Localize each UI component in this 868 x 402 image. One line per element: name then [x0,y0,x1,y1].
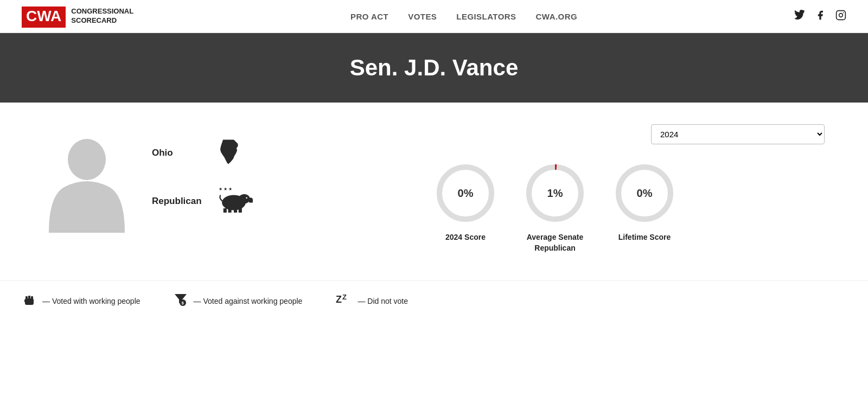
legend-item-with: — Voted with working people [22,292,141,310]
facebook-icon[interactable] [815,10,826,23]
score-cards: 0% 2024 Score 1% Average Senate Republic… [285,155,825,253]
stats-section: 2024 2023 2022 2021 2020 0% 2024 Score [285,124,825,253]
svg-rect-19 [31,296,33,299]
donut-avg: 1% [522,161,588,226]
nav-pro-act[interactable]: PRO ACT [350,12,388,21]
voted-against-icon: $ [173,292,188,310]
donut-2024: 0% [433,161,498,226]
svg-point-3 [68,139,106,180]
twitter-icon[interactable] [794,10,805,23]
svg-rect-0 [837,10,846,20]
score-avg-value: 1% [547,187,563,200]
svg-rect-18 [28,296,30,299]
score-2024-value: 0% [458,187,474,200]
svg-rect-10 [239,208,242,213]
logo-subtitle: CONGRESSIONALSCORECARD [71,7,133,25]
logo-cwa-text: CWA [26,8,61,24]
party-row: Republican ★ ★ ★ [152,184,253,219]
legislator-name: Sen. J.D. Vance [11,55,857,81]
main-nav: PRO ACT VOTES LEGISLATORS CWA.ORG [350,12,577,21]
legend-with-text: — Voted with working people [42,297,141,305]
social-icons [794,10,846,23]
profile-info: Ohio Republican ★ ★ ★ [152,138,253,219]
hero-banner: Sen. J.D. Vance [0,33,868,103]
ohio-shape-icon [215,138,242,168]
year-select[interactable]: 2024 2023 2022 2021 2020 [651,124,825,144]
instagram-icon[interactable] [835,10,846,23]
party-label: Republican [152,196,206,207]
donut-lifetime: 0% [612,161,677,226]
score-avg-title: Average Senate Republican [520,232,590,253]
logo-area: CWA CONGRESSIONALSCORECARD [22,7,133,26]
voted-with-icon [22,292,37,310]
score-card-lifetime: 0% Lifetime Score [612,161,677,243]
svg-rect-9 [234,208,237,213]
did-not-vote-icon: Z Z [335,292,352,310]
svg-point-2 [843,12,844,13]
score-card-avg: 1% Average Senate Republican [520,161,590,253]
main-content: Ohio Republican ★ ★ ★ [0,103,868,275]
profile-section: Ohio Republican ★ ★ ★ [43,124,253,233]
site-header: CWA CONGRESSIONALSCORECARD PRO ACT VOTES… [0,0,868,33]
legend: — Voted with working people $ — Voted ag… [0,280,868,321]
svg-text:Z: Z [342,293,347,301]
score-lifetime-title: Lifetime Score [618,232,671,243]
legend-item-against: $ — Voted against working people [173,292,303,310]
svg-rect-7 [224,208,227,213]
nav-legislators[interactable]: LEGISLATORS [456,12,516,21]
score-card-2024: 0% 2024 Score [433,161,498,243]
nav-cwa-org[interactable]: CWA.ORG [536,12,577,21]
year-select-wrapper: 2024 2023 2022 2021 2020 [285,124,825,144]
svg-text:★ ★ ★: ★ ★ ★ [219,187,232,192]
state-row: Ohio [152,138,253,168]
svg-point-6 [239,194,250,204]
svg-text:Z: Z [336,294,342,305]
logo-cwa: CWA [22,7,66,26]
svg-rect-8 [228,208,232,213]
avatar [43,124,130,233]
svg-point-1 [839,13,843,17]
score-lifetime-value: 0% [637,187,653,200]
nav-votes[interactable]: VOTES [408,12,437,21]
score-2024-title: 2024 Score [445,232,486,243]
republican-elephant-icon: ★ ★ ★ [215,184,253,219]
state-label: Ohio [152,148,206,158]
svg-rect-17 [25,296,28,299]
svg-point-11 [246,197,247,199]
svg-rect-20 [24,299,27,302]
legend-against-text: — Voted against working people [194,297,303,305]
legend-absent-text: — Did not vote [358,297,408,305]
legend-item-absent: Z Z — Did not vote [335,292,408,310]
svg-text:$: $ [181,301,184,305]
